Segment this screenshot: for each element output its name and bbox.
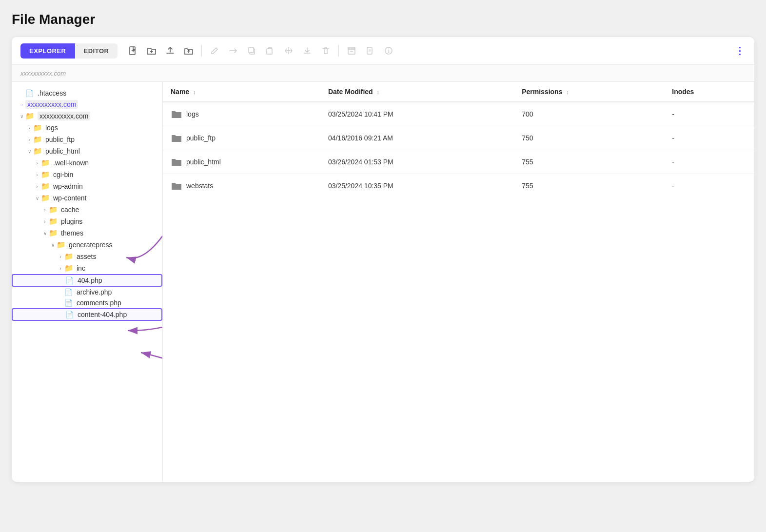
chevron: → [18, 102, 25, 107]
table-row[interactable]: public_html 03/26/2024 01:53 PM 755 - [163, 150, 754, 174]
sidebar-item-label: xxxxxxxxxx.com [25, 100, 78, 109]
file-icon: 📄 [64, 299, 74, 307]
sidebar-item-generatepress[interactable]: ∨ 📁 generatepress [12, 239, 162, 251]
sidebar-item-comments-php[interactable]: 📄 comments.php [12, 297, 162, 308]
info-icon[interactable] [381, 43, 396, 59]
sidebar-item-label: 404.php [78, 276, 102, 284]
folder-icon: 📁 [49, 217, 59, 226]
sidebar-item-public-ftp[interactable]: › 📁 public_ftp [12, 134, 162, 145]
sidebar-item-root[interactable]: ∨ 📁 xxxxxxxxxx.com [12, 110, 162, 122]
sidebar-item-plugins[interactable]: › 📁 plugins [12, 216, 162, 227]
file-permissions: 755 [514, 174, 664, 198]
sidebar-item-label: themes [61, 229, 83, 237]
page-title: File Manager [12, 12, 754, 27]
chevron: › [57, 266, 64, 271]
paste-icon[interactable] [262, 43, 278, 59]
tab-explorer[interactable]: EXPLORER [20, 43, 75, 59]
toolbar: EXPLORER EDITOR [12, 37, 754, 65]
sidebar-item-label: wp-content [53, 194, 86, 202]
svg-point-17 [388, 49, 389, 50]
col-date-modified[interactable]: Date Modified ↕ [320, 82, 514, 102]
sidebar-item-404-php[interactable]: 📄 404.php [12, 274, 162, 287]
sidebar-item-label: plugins [61, 217, 82, 225]
sidebar-item-assets[interactable]: › 📁 assets [12, 251, 162, 262]
upload-folder-icon[interactable] [181, 43, 196, 59]
new-file-icon[interactable] [125, 43, 141, 59]
extract-icon[interactable] [362, 43, 378, 59]
chevron: › [41, 219, 49, 224]
folder-icon: 📁 [57, 240, 66, 249]
sidebar-item-wp-admin[interactable]: › 📁 wp-admin [12, 180, 162, 192]
svg-rect-9 [348, 47, 355, 49]
download-icon[interactable] [299, 43, 315, 59]
sidebar-item-archive-php[interactable]: 📄 archive.php [12, 287, 162, 297]
sidebar-item-content-404-php[interactable]: 📄 content-404.php [12, 308, 162, 321]
table-row[interactable]: public_ftp 04/16/2016 09:21 AM 750 - [163, 126, 754, 150]
folder-icon: 📁 [41, 182, 51, 191]
file-inodes: - [664, 102, 754, 126]
file-table: Name ↕ Date Modified ↕ Permissions ↕ I [163, 82, 754, 197]
sidebar-item-inc[interactable]: › 📁 inc [12, 262, 162, 274]
chevron: ∨ [49, 242, 57, 248]
sidebar-item-label: xxxxxxxxxx.com [38, 112, 90, 120]
file-date: 03/26/2024 01:53 PM [320, 150, 514, 174]
tab-group: EXPLORER EDITOR [20, 43, 118, 59]
col-permissions[interactable]: Permissions ↕ [514, 82, 664, 102]
chevron: › [33, 172, 41, 177]
sidebar-item-cache[interactable]: › 📁 cache [12, 204, 162, 216]
edit-icon[interactable] [207, 43, 222, 59]
sidebar-item-label: .htaccess [38, 89, 66, 97]
file-name-cell: webstats [163, 174, 320, 198]
sidebar-item-label: public_html [45, 147, 80, 155]
chevron: ∨ [33, 196, 41, 201]
file-permissions: 750 [514, 126, 664, 150]
table-row[interactable]: logs 03/25/2024 10:41 PM 700 - [163, 102, 754, 126]
archive-icon[interactable] [344, 43, 359, 59]
file-permissions: 700 [514, 102, 664, 126]
sidebar-item-well-known[interactable]: › 📁 .well-known [12, 157, 162, 169]
sidebar-item-label: comments.php [77, 299, 121, 307]
sidebar-item-public-html[interactable]: ∨ 📁 public_html [12, 145, 162, 157]
file-name: logs [186, 110, 199, 118]
file-date: 03/25/2024 10:41 PM [320, 102, 514, 126]
folder-icon: 📁 [41, 158, 51, 167]
copy-icon[interactable] [244, 43, 259, 59]
file-manager: EXPLORER EDITOR [12, 37, 754, 482]
folder-icon: 📁 [33, 135, 43, 144]
sidebar-item-label: logs [45, 124, 58, 132]
sort-icon-name: ↕ [193, 89, 196, 95]
file-icon: 📄 [65, 311, 75, 318]
drag-move-icon[interactable] [281, 43, 296, 59]
sidebar-item-wp-content[interactable]: ∨ 📁 wp-content [12, 192, 162, 204]
file-inodes: - [664, 174, 754, 198]
sidebar: 📄 .htaccess → xxxxxxxxxx.com ∨ 📁 xxxxxxx… [12, 82, 163, 482]
folder-icon: 📁 [41, 194, 51, 202]
file-name-cell: public_html [163, 150, 320, 174]
sidebar-item-link[interactable]: → xxxxxxxxxx.com [12, 99, 162, 110]
new-folder-icon[interactable] [144, 43, 159, 59]
file-name-cell: public_ftp [163, 126, 320, 150]
sidebar-item-htaccess[interactable]: 📄 .htaccess [12, 88, 162, 99]
chevron: › [25, 137, 33, 142]
file-name: public_html [186, 158, 221, 166]
table-row[interactable]: webstats 03/25/2024 10:35 PM 755 - [163, 174, 754, 198]
sidebar-item-themes[interactable]: ∨ 📁 themes [12, 227, 162, 239]
upload-icon[interactable] [162, 43, 178, 59]
sidebar-item-label: assets [77, 253, 96, 260]
breadcrumb: xxxxxxxxxx.com [20, 70, 66, 77]
chevron: ∨ [41, 231, 49, 236]
more-menu-button[interactable]: ⋮ [735, 45, 746, 57]
svg-rect-11 [367, 47, 372, 54]
folder-icon: 📁 [64, 252, 74, 261]
file-inodes: - [664, 150, 754, 174]
main-layout: 📄 .htaccess → xxxxxxxxxx.com ∨ 📁 xxxxxxx… [12, 82, 754, 482]
move-icon[interactable] [225, 43, 241, 59]
file-icon: 📄 [64, 288, 74, 296]
tab-editor[interactable]: EDITOR [75, 43, 118, 59]
col-name[interactable]: Name ↕ [163, 82, 320, 102]
file-icon: 📄 [25, 89, 35, 97]
delete-icon[interactable] [318, 43, 334, 59]
sidebar-item-logs[interactable]: › 📁 logs [12, 122, 162, 134]
sidebar-item-label: wp-admin [53, 182, 83, 190]
sidebar-item-cgi-bin[interactable]: › 📁 cgi-bin [12, 169, 162, 180]
